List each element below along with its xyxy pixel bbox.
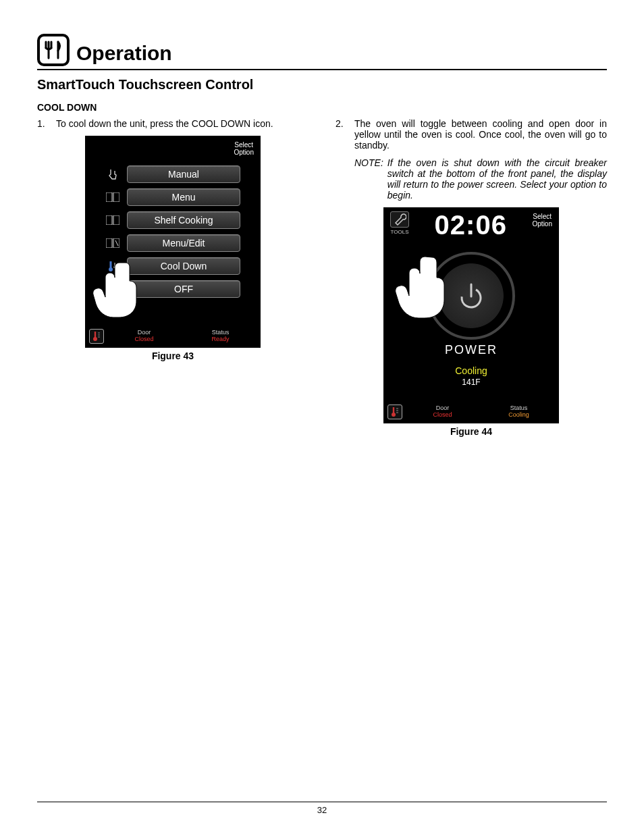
fork-knife-icon xyxy=(37,34,70,66)
step-2: 2. The oven will toggle between cooling … xyxy=(336,118,607,151)
touchscreen-menu: Select Option Manual xyxy=(85,136,261,348)
note-text: If the oven is shut down with the circui… xyxy=(387,157,607,201)
svg-rect-7 xyxy=(113,215,119,225)
clock-time: 02:06 xyxy=(435,211,507,238)
figure-caption: Figure 43 xyxy=(37,350,308,361)
page-footer: 32 xyxy=(37,802,607,815)
svg-line-10 xyxy=(115,240,118,246)
door-value: Closed xyxy=(406,412,479,419)
menu-item-menu[interactable]: Menu xyxy=(105,188,240,206)
step-1: 1. To cool down the unit, press the COOL… xyxy=(37,118,308,129)
svg-rect-4 xyxy=(106,192,112,202)
note-label: NOTE: xyxy=(354,157,383,201)
right-column: 2. The oven will toggle between cooling … xyxy=(336,118,607,437)
thermometer-icon xyxy=(89,329,104,344)
menu-button[interactable]: Shelf Cooking xyxy=(127,211,240,229)
select-option-label: Select Option xyxy=(533,211,552,228)
page-header: Operation xyxy=(37,34,607,70)
wrench-icon xyxy=(390,211,409,228)
step-number: 2. xyxy=(336,118,348,151)
select-option-label: Select Option xyxy=(234,141,254,156)
step-number: 1. xyxy=(37,118,49,129)
grid-icon xyxy=(105,191,120,203)
step-text: To cool down the unit, press the COOL DO… xyxy=(56,118,308,129)
svg-rect-5 xyxy=(113,192,119,202)
status-bar: Door Closed Status Ready xyxy=(85,328,261,344)
left-column: 1. To cool down the unit, press the COOL… xyxy=(37,118,308,437)
section-heading: COOL DOWN xyxy=(37,102,607,113)
figure-caption: Figure 44 xyxy=(336,426,607,437)
door-value: Closed xyxy=(108,336,180,343)
power-label: POWER xyxy=(383,343,559,357)
menu-item-manual[interactable]: Manual xyxy=(105,165,240,183)
cooling-label: Cooling xyxy=(383,365,559,376)
menu-button[interactable]: Menu xyxy=(127,188,240,206)
note: NOTE: If the oven is shut down with the … xyxy=(354,157,607,201)
svg-rect-6 xyxy=(106,215,112,225)
thermometer-icon xyxy=(387,405,402,419)
pointing-hand-icon xyxy=(394,252,455,319)
menu-button[interactable]: Manual xyxy=(127,165,240,183)
menu-item-shelf-cooking[interactable]: Shelf Cooking xyxy=(105,211,240,229)
status-bar: Door Closed Status Cooling xyxy=(383,403,559,419)
pointing-hand-icon xyxy=(92,257,146,318)
touchscreen-power: TOOLS 02:06 Select Option xyxy=(383,207,559,423)
page-subtitle: SmartTouch Touchscreen Control xyxy=(37,77,607,93)
power-icon xyxy=(454,279,488,313)
page-title: Operation xyxy=(76,43,172,66)
menu-button[interactable]: Menu/Edit xyxy=(127,234,240,252)
step-text: The oven will toggle between cooling and… xyxy=(354,118,607,151)
page-number: 32 xyxy=(317,805,327,815)
svg-rect-8 xyxy=(106,238,112,248)
temperature-value: 141F xyxy=(383,377,559,387)
menu-item-menu-edit[interactable]: Menu/Edit xyxy=(105,234,240,252)
grid-edit-icon xyxy=(105,237,120,249)
tools-button[interactable]: TOOLS xyxy=(390,211,409,235)
grid-icon xyxy=(105,214,120,226)
svg-rect-21 xyxy=(393,407,394,413)
hand-tap-icon xyxy=(105,168,120,180)
svg-rect-14 xyxy=(95,332,96,338)
status-value: Ready xyxy=(184,336,257,343)
status-value: Cooling xyxy=(483,412,555,419)
